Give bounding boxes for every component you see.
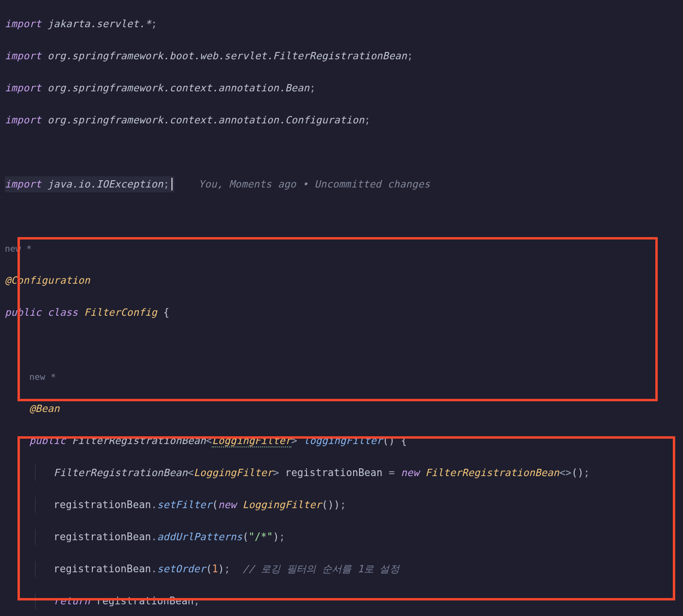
keyword-import: import [5, 178, 41, 190]
parens: () [383, 435, 395, 446]
keyword-return: return [53, 595, 90, 607]
semicolon: ; [279, 531, 285, 543]
keyword-import: import [5, 82, 41, 94]
semicolon: ; [151, 18, 157, 30]
paren-open: ( [212, 499, 218, 511]
keyword-import: import [5, 18, 41, 30]
inlay-hint-line: new * [5, 369, 683, 385]
string-literal: "/*" [249, 531, 273, 543]
paren-close: ) [218, 563, 224, 575]
call-addurlpatterns: addUrlPatterns [157, 531, 243, 543]
import-package: org.springframework.context.annotation.B… [48, 82, 309, 94]
keyword-class: class [48, 307, 78, 318]
assign-op: = [383, 467, 401, 479]
angle-close: > [273, 467, 279, 479]
code-line[interactable]: public FilterRegistrationBean<LoggingFil… [5, 433, 683, 449]
inlay-new: new * [5, 243, 32, 254]
diamond: <> [559, 467, 571, 479]
semicolon: ; [194, 595, 200, 607]
var-registrationbean: registrationBean [53, 563, 151, 575]
var-registrationbean: registrationBean [96, 595, 194, 607]
method-name: loggingFilter [304, 435, 383, 446]
inlay-new: new * [29, 372, 56, 382]
code-line[interactable]: registrationBean.setOrder(1); // 로깅 필터의 … [5, 561, 683, 577]
keyword-public: public [29, 435, 66, 446]
paren-open: ( [242, 531, 249, 543]
keyword-import: import [5, 50, 41, 62]
semicolon: ; [584, 467, 590, 479]
import-package: org.springframework.context.annotation.C… [48, 114, 364, 126]
keyword-public: public [5, 307, 41, 318]
angle-open: < [188, 467, 194, 479]
call-setorder: setOrder [157, 563, 206, 575]
type-loggingfilter: LoggingFilter [212, 435, 291, 447]
type-frb: FilterRegistrationBean [425, 467, 559, 479]
class-name: FilterConfig [84, 307, 157, 318]
code-editor[interactable]: import jakarta.servlet.*; import org.spr… [0, 0, 683, 616]
keyword-new: new [401, 467, 419, 479]
dot: . [151, 563, 157, 575]
vcs-inline-hint: You, Moments ago • Uncommitted changes [199, 178, 430, 190]
code-line[interactable]: import org.springframework.context.annot… [5, 112, 683, 128]
paren-close: ) [334, 499, 340, 511]
semicolon: ; [309, 82, 316, 94]
inlay-hint-line: new * [5, 240, 683, 257]
angle-close: > [291, 435, 298, 446]
code-line[interactable]: FilterRegistrationBean<LoggingFilter> re… [5, 465, 683, 481]
brace-open: { [163, 307, 170, 318]
semicolon: ; [340, 499, 346, 511]
dot: . [151, 499, 157, 511]
brace-open: { [401, 435, 407, 446]
code-line[interactable]: import org.springframework.context.annot… [5, 80, 683, 96]
number-literal: 1 [212, 563, 218, 575]
code-line[interactable]: @Configuration [5, 273, 683, 289]
blank-line[interactable] [5, 144, 683, 160]
keyword-new: new [218, 499, 237, 511]
parens: () [322, 499, 334, 511]
type-loggingfilter: LoggingFilter [242, 499, 322, 511]
semicolon: ; [407, 50, 413, 62]
semicolon: ; [364, 114, 371, 126]
line-comment: // 로깅 필터의 순서를 1로 설정 [242, 563, 399, 575]
code-line[interactable]: public class FilterConfig { [5, 305, 683, 321]
editor-viewport[interactable]: import jakarta.servlet.*; import org.spr… [0, 0, 683, 616]
code-line[interactable]: return registrationBean; [5, 593, 683, 609]
text-caret [171, 178, 172, 190]
semicolon: ; [224, 563, 231, 575]
keyword-import: import [5, 114, 41, 126]
var-registrationbean: registrationBean [285, 467, 383, 479]
import-package: jakarta.servlet.* [48, 18, 151, 30]
blank-line[interactable] [5, 337, 683, 353]
dot: . [151, 531, 157, 543]
semicolon: ; [163, 178, 170, 190]
type-frb: FilterRegistrationBean [53, 467, 188, 479]
annotation-bean: @Bean [29, 403, 60, 414]
paren-open: ( [206, 563, 212, 575]
code-line[interactable]: registrationBean.addUrlPatterns("/*"); [5, 529, 683, 545]
import-package: java.io.IOException [48, 178, 163, 190]
type-loggingfilter: LoggingFilter [194, 467, 273, 479]
angle-open: < [206, 435, 212, 446]
blank-line[interactable] [5, 208, 683, 224]
parens: () [572, 467, 584, 479]
code-line-active[interactable]: import java.io.IOException; You, Moments… [5, 176, 683, 192]
code-line[interactable]: @Bean [5, 401, 683, 417]
code-line[interactable]: import jakarta.servlet.*; [5, 16, 683, 32]
paren-close: ) [273, 531, 279, 543]
type-frb: FilterRegistrationBean [72, 435, 206, 446]
var-registrationbean: registrationBean [53, 531, 151, 543]
call-setfilter: setFilter [157, 499, 212, 511]
code-line[interactable]: registrationBean.setFilter(new LoggingFi… [5, 497, 683, 513]
import-package: org.springframework.boot.web.servlet.Fil… [48, 50, 407, 62]
var-registrationbean: registrationBean [53, 499, 151, 511]
code-line[interactable]: import org.springframework.boot.web.serv… [5, 48, 683, 64]
annotation-configuration: @Configuration [5, 274, 90, 286]
